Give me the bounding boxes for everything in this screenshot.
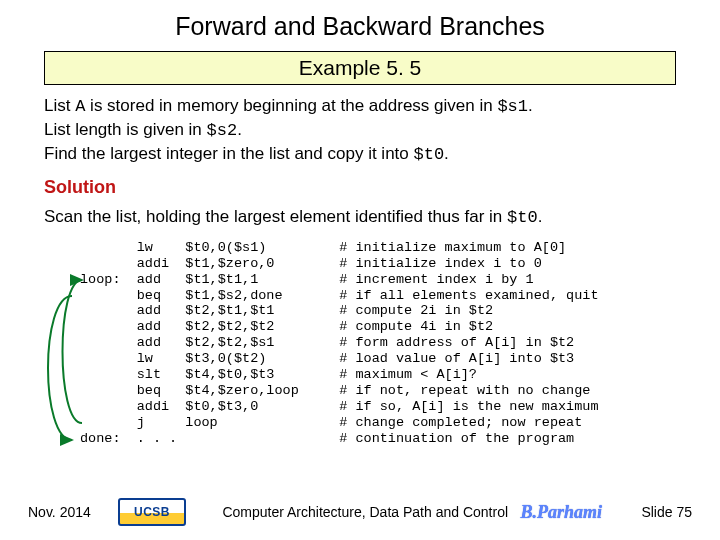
- text: List: [44, 96, 75, 115]
- footer-slide-number: Slide 75: [622, 504, 692, 520]
- text: List length is given in: [44, 120, 207, 139]
- problem-statement: List A is stored in memory beginning at …: [44, 95, 676, 167]
- text: is stored in memory beginning at the add…: [85, 96, 497, 115]
- code-t0: $t0: [507, 208, 538, 227]
- slide-title: Forward and Backward Branches: [0, 0, 720, 51]
- footer-date: Nov. 2014: [28, 504, 118, 520]
- branch-arrows-svg: [34, 240, 124, 460]
- code-A: A: [75, 97, 85, 116]
- assembly-code-block: lw $t0,0($s1) # initialize maximum to A[…: [80, 240, 676, 447]
- slide-footer: Nov. 2014 UCSB Computer Architecture, Da…: [0, 492, 720, 532]
- text: Find the largest integer in the list and…: [44, 144, 413, 163]
- text: .: [538, 207, 543, 226]
- code-t0: $t0: [413, 145, 444, 164]
- ucsb-logo: UCSB: [118, 498, 186, 526]
- text: Scan the list, holding the largest eleme…: [44, 207, 507, 226]
- text: .: [444, 144, 449, 163]
- solution-heading: Solution: [44, 177, 676, 198]
- footer-course-title: Computer Architecture, Data Path and Con…: [210, 504, 520, 520]
- code-listing-wrap: lw $t0,0($s1) # initialize maximum to A[…: [44, 240, 676, 447]
- text: .: [528, 96, 533, 115]
- code-s2: $s2: [207, 121, 238, 140]
- example-label-box: Example 5. 5: [44, 51, 676, 85]
- text: .: [237, 120, 242, 139]
- code-s1: $s1: [497, 97, 528, 116]
- solution-intro: Scan the list, holding the largest eleme…: [44, 206, 676, 230]
- footer-author: B.Parhami: [520, 502, 602, 523]
